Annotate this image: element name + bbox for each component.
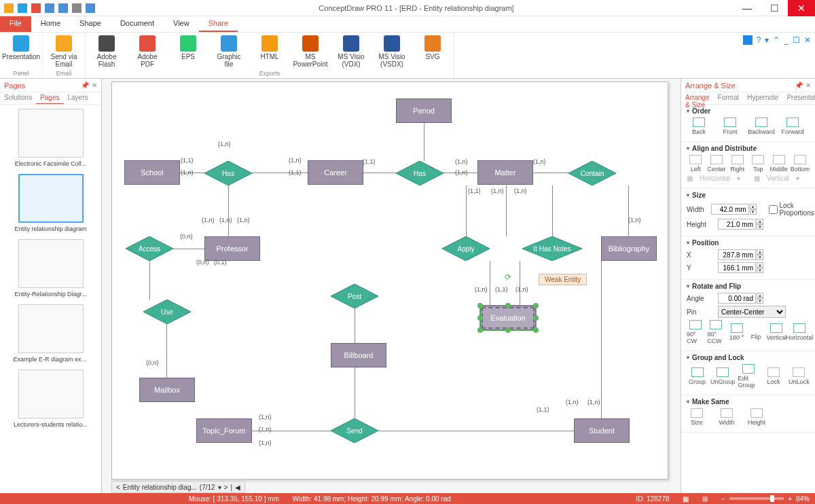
edit-group-button[interactable]: Edit Group xyxy=(738,364,759,389)
tab-home[interactable]: Home xyxy=(31,16,70,32)
align-top-button[interactable]: Top xyxy=(749,155,767,173)
ribbon-min-icon[interactable]: _ xyxy=(784,35,789,45)
qat-search-icon[interactable] xyxy=(86,3,95,13)
tab-share[interactable]: Share xyxy=(199,16,238,32)
order-backward-button[interactable]: Backward xyxy=(749,118,774,135)
panel-close-icon[interactable]: ✕ xyxy=(805,82,811,89)
distribute-vertical[interactable]: Vertical xyxy=(767,175,789,182)
export-flash-button[interactable]: Adobe Flash xyxy=(90,34,124,70)
entity-career[interactable]: Career xyxy=(308,160,363,185)
rel-ithasnotes[interactable]: It Has Notes xyxy=(522,236,582,261)
entity-period[interactable]: Period xyxy=(396,98,452,123)
page-thumb-3[interactable]: Example E-R diagram ext... xyxy=(18,304,84,363)
subtab-pages[interactable]: Pages xyxy=(36,92,63,104)
export-svg-button[interactable]: SVG xyxy=(416,34,450,70)
rel-apply[interactable]: Apply xyxy=(442,236,490,261)
section-title-align[interactable]: Align and Distribute xyxy=(687,145,810,152)
group-button[interactable]: Group xyxy=(687,367,708,385)
lock-proportions-checkbox[interactable]: Lock Proportions xyxy=(769,202,814,217)
entity-evaluation[interactable]: Evaluation xyxy=(480,306,536,330)
page-thumb-2[interactable]: Entity-Relationship Diagr... xyxy=(18,239,84,298)
align-right-button[interactable]: Right xyxy=(729,155,746,173)
export-vsdx-button[interactable]: MS Visio (VSDX) xyxy=(375,34,409,70)
qat-undo-icon[interactable] xyxy=(45,3,54,13)
rel-send[interactable]: Send xyxy=(331,418,378,443)
section-title-position[interactable]: Position xyxy=(687,239,810,247)
rel-has2[interactable]: Has xyxy=(396,161,443,185)
flip-vertical-button[interactable]: Vertical xyxy=(767,323,787,341)
export-eps-button[interactable]: EPS xyxy=(171,34,205,70)
entity-topic-forum[interactable]: Topic_Forum xyxy=(196,418,252,443)
tab-next-icon[interactable]: > xyxy=(224,484,228,491)
rel-has1[interactable]: Has xyxy=(204,161,252,185)
status-snap-icon[interactable]: ▦ xyxy=(683,495,689,503)
align-bottom-button[interactable]: Bottom xyxy=(791,155,810,173)
export-graphic-button[interactable]: Graphic file xyxy=(212,34,246,70)
rel-post[interactable]: Post xyxy=(331,284,378,308)
entity-billboard[interactable]: Billboard xyxy=(331,343,386,367)
export-html-button[interactable]: HTML xyxy=(253,34,287,70)
section-title-group[interactable]: Group and Lock xyxy=(687,354,810,361)
entity-mailbox[interactable]: Mailbox xyxy=(139,378,195,402)
order-back-button[interactable]: Back xyxy=(687,118,711,135)
ribbon-app-icon[interactable] xyxy=(743,35,753,45)
tab-prev-icon[interactable]: < xyxy=(116,484,120,491)
export-pdf-button[interactable]: Adobe PDF xyxy=(130,34,164,70)
send-via-email-button[interactable]: Send via Email xyxy=(47,34,81,70)
ribbon-collapse-icon[interactable]: ⌃ xyxy=(773,35,780,45)
height-input[interactable] xyxy=(718,219,756,230)
entity-professor[interactable]: Professor xyxy=(204,236,260,261)
zoom-out-icon[interactable]: − xyxy=(721,495,725,503)
spin-up-icon[interactable]: ▲ xyxy=(750,204,757,209)
rel-contain[interactable]: Contain xyxy=(568,161,616,185)
tab-shape[interactable]: Shape xyxy=(70,16,111,32)
presentation-button[interactable]: Presentation xyxy=(4,34,38,70)
tab-view[interactable]: View xyxy=(164,16,199,32)
qat-open-icon[interactable] xyxy=(31,3,41,13)
pin-select[interactable]: Center-Center xyxy=(718,306,786,318)
section-title-make-same[interactable]: Make Same xyxy=(687,398,810,406)
order-front-button[interactable]: Front xyxy=(718,118,742,135)
align-left-button[interactable]: Left xyxy=(687,155,704,173)
rotate-handle-icon[interactable]: ⟳ xyxy=(505,272,511,282)
subtab-layers[interactable]: Layers xyxy=(64,92,92,104)
ribbon-close-icon[interactable]: ✕ xyxy=(804,35,811,45)
subtab-solutions[interactable]: Solutions xyxy=(0,92,36,104)
unlock-button[interactable]: UnLock xyxy=(789,367,810,385)
rotate-90cw-button[interactable]: 90° CW xyxy=(687,320,704,344)
lock-button[interactable]: Lock xyxy=(763,367,784,385)
rel-use[interactable]: Use xyxy=(143,300,191,324)
qat-new-icon[interactable] xyxy=(4,3,14,13)
section-title-rotate[interactable]: Rotate and Flip xyxy=(687,283,810,290)
rotate-90ccw-button[interactable]: 90° CCW xyxy=(707,320,725,344)
subtab-format[interactable]: Format xyxy=(714,92,744,104)
y-input[interactable] xyxy=(718,262,756,273)
qat-save-icon[interactable] xyxy=(18,3,27,13)
canvas-page-tabs[interactable]: < Entity relationship diag... (7/12 ▾ > … xyxy=(111,481,245,493)
canvas-wrap[interactable]: Period School Career Matter Has Has Cont… xyxy=(102,79,681,493)
angle-input[interactable] xyxy=(718,293,756,304)
status-grid-icon[interactable]: ⊞ xyxy=(702,495,708,503)
make-same-width-button[interactable]: Width xyxy=(717,408,737,426)
page-thumb-0[interactable]: Electronic Facsimile Coll... xyxy=(18,109,84,167)
export-vdx-button[interactable]: MS Visio (VDX) xyxy=(334,34,368,70)
ungroup-button[interactable]: UnGroup xyxy=(712,367,734,385)
section-title-size[interactable]: Size xyxy=(687,192,810,199)
tab-dropdown-icon[interactable]: ▾ xyxy=(218,484,221,491)
spin-down-icon[interactable]: ▼ xyxy=(750,209,757,215)
tab-document[interactable]: Document xyxy=(111,16,164,32)
minimize-button[interactable]: — xyxy=(734,0,761,16)
zoom-slider[interactable] xyxy=(729,497,784,500)
rel-access[interactable]: Access xyxy=(126,236,173,261)
entity-school[interactable]: School xyxy=(124,160,180,185)
subtab-arrange[interactable]: Arrange & Size xyxy=(681,92,714,104)
page-thumb-1[interactable]: Entity relationship diagram xyxy=(18,174,84,232)
subtab-presentation[interactable]: Presentation xyxy=(782,92,815,104)
panel-close-icon[interactable]: ✕ xyxy=(92,82,97,89)
make-same-height-button[interactable]: Height xyxy=(746,408,767,426)
entity-student[interactable]: Student xyxy=(574,418,630,443)
section-title-order[interactable]: Order xyxy=(687,107,810,115)
ribbon-dropdown-icon[interactable]: ▾ xyxy=(765,35,769,45)
order-forward-button[interactable]: Forward xyxy=(780,118,805,135)
entity-bibliography[interactable]: Bibliography xyxy=(601,236,657,261)
